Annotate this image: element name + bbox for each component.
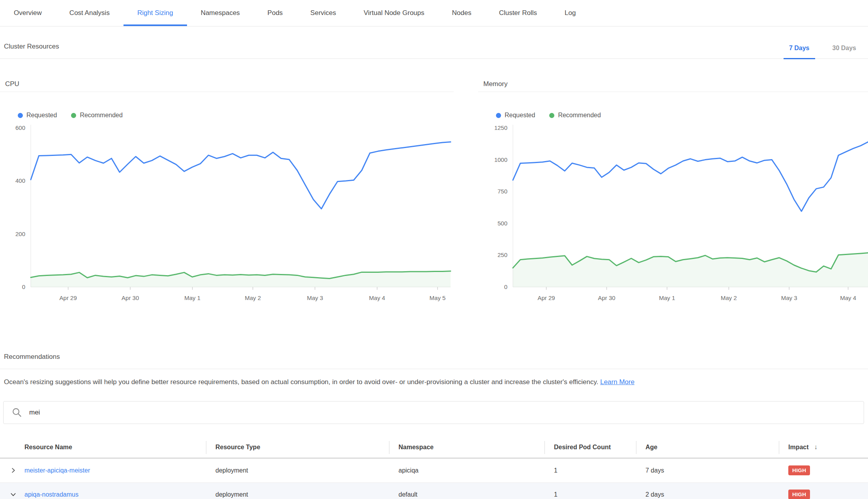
tab-overview[interactable]: Overview — [0, 0, 56, 26]
resource-name-link[interactable]: meister-apiciqa-meister — [24, 467, 90, 474]
cluster-resources-header: Cluster Resources 7 Days 30 Days — [0, 26, 868, 59]
column-header-resource-type[interactable]: Resource Type — [206, 437, 389, 458]
resource-name-cell: apiqa-nostradamus — [0, 491, 206, 498]
learn-more-link[interactable]: Learn More — [600, 378, 634, 386]
svg-text:May 2: May 2 — [721, 295, 737, 301]
svg-text:May 1: May 1 — [659, 295, 675, 301]
svg-text:750: 750 — [498, 188, 507, 195]
chevron-down-icon[interactable] — [9, 491, 24, 498]
legend-label: Recommended — [558, 112, 601, 119]
memory-chart-panel: Memory Requested Recommended 02505007501… — [478, 80, 868, 308]
namespace-cell: apiciqa — [389, 467, 544, 474]
resource-type-cell: deployment — [206, 491, 389, 498]
requested-dot-icon — [496, 113, 501, 118]
recommended-dot-icon — [549, 113, 554, 118]
svg-text:1250: 1250 — [494, 124, 507, 131]
tab-nodes[interactable]: Nodes — [438, 0, 485, 26]
svg-text:1000: 1000 — [494, 156, 507, 163]
age-cell: 2 days — [636, 491, 779, 498]
search-box — [3, 401, 864, 424]
resource-name-cell: meister-apiciqa-meister — [0, 467, 206, 474]
resource-type-cell: deployment — [206, 467, 389, 474]
tab-services[interactable]: Services — [297, 0, 350, 26]
legend-label: Requested — [26, 112, 57, 119]
memory-line-chart: 025050075010001250Apr 29Apr 30May 1May 2… — [478, 122, 868, 308]
svg-text:May 3: May 3 — [307, 295, 323, 301]
svg-text:May 3: May 3 — [781, 295, 797, 301]
chevron-right-icon[interactable] — [9, 467, 24, 474]
resource-name-link[interactable]: apiqa-nostradamus — [24, 491, 79, 498]
age-cell: 7 days — [636, 467, 779, 474]
column-header-impact[interactable]: Impact ↓ — [779, 437, 868, 458]
namespace-cell: default — [389, 491, 544, 498]
svg-text:600: 600 — [15, 124, 25, 131]
table-header: Resource Name Resource Type Namespace De… — [0, 437, 868, 459]
recommendations-title: Recommendations — [4, 353, 60, 369]
svg-text:May 4: May 4 — [840, 295, 856, 301]
cpu-chart-panel: CPU Requested Recommended 0200400600Apr … — [0, 80, 454, 308]
svg-text:Apr 29: Apr 29 — [537, 295, 555, 301]
impact-badge-high: HIGH — [788, 465, 810, 475]
recommended-dot-icon — [71, 113, 76, 118]
impact-cell: HIGH — [779, 465, 868, 475]
recommendations-table: Resource Name Resource Type Namespace De… — [0, 437, 868, 499]
tab-right-sizing[interactable]: Right Sizing — [123, 0, 187, 26]
memory-chart-title: Memory — [478, 80, 868, 92]
svg-text:Apr 29: Apr 29 — [60, 295, 77, 301]
memory-chart-legend: Requested Recommended — [496, 112, 868, 119]
cpu-chart-legend: Requested Recommended — [18, 112, 454, 119]
period-30-days[interactable]: 30 Days — [827, 45, 862, 59]
legend-item-recommended: Recommended — [71, 112, 123, 119]
recommendations-header: Recommendations — [0, 337, 868, 369]
table-row[interactable]: meister-apiciqa-meister deployment apici… — [0, 459, 868, 483]
column-header-desired-pod-count[interactable]: Desired Pod Count — [544, 437, 636, 458]
impact-header-label: Impact — [788, 444, 809, 451]
description-text: Ocean's resizing suggestions will help y… — [4, 378, 598, 386]
column-header-resource-name[interactable]: Resource Name — [0, 437, 206, 458]
desired-pod-count-cell: 1 — [544, 491, 636, 498]
sort-descending-icon[interactable]: ↓ — [814, 443, 818, 451]
requested-dot-icon — [18, 113, 23, 118]
tab-log[interactable]: Log — [551, 0, 589, 26]
search-icon — [11, 407, 22, 418]
svg-text:May 2: May 2 — [245, 295, 261, 301]
tab-pods[interactable]: Pods — [254, 0, 297, 26]
svg-text:0: 0 — [22, 283, 25, 290]
tab-cluster-rolls[interactable]: Cluster Rolls — [485, 0, 551, 26]
recommendations-description: Ocean's resizing suggestions will help y… — [4, 378, 862, 387]
legend-item-requested: Requested — [18, 112, 57, 119]
period-toggle: 7 Days 30 Days — [772, 45, 862, 58]
desired-pod-count-cell: 1 — [544, 467, 636, 474]
svg-text:200: 200 — [15, 231, 25, 237]
top-nav: Overview Cost Analysis Right Sizing Name… — [0, 0, 868, 26]
period-7-days[interactable]: 7 Days — [784, 45, 815, 59]
svg-text:0: 0 — [504, 283, 507, 290]
svg-text:May 4: May 4 — [369, 295, 385, 301]
svg-text:400: 400 — [15, 177, 25, 184]
svg-text:500: 500 — [498, 220, 507, 227]
tab-cost-analysis[interactable]: Cost Analysis — [56, 0, 123, 26]
tab-namespaces[interactable]: Namespaces — [187, 0, 254, 26]
charts-row: CPU Requested Recommended 0200400600Apr … — [0, 80, 868, 308]
impact-cell: HIGH — [779, 490, 868, 499]
legend-label: Requested — [505, 112, 535, 119]
column-header-namespace[interactable]: Namespace — [389, 437, 544, 458]
cpu-line-chart: 0200400600Apr 29Apr 30May 1May 2May 3May… — [0, 122, 454, 308]
legend-item-recommended: Recommended — [549, 112, 601, 119]
cluster-resources-title: Cluster Resources — [4, 43, 59, 58]
svg-text:May 1: May 1 — [184, 295, 200, 301]
column-header-age[interactable]: Age — [636, 437, 779, 458]
svg-text:Apr 30: Apr 30 — [122, 295, 139, 301]
svg-text:Apr 30: Apr 30 — [598, 295, 615, 301]
table-row-expanded[interactable]: apiqa-nostradamus deployment default 1 2… — [0, 483, 868, 499]
tab-virtual-node-groups[interactable]: Virtual Node Groups — [350, 0, 438, 26]
svg-text:May 5: May 5 — [430, 295, 446, 301]
search-input[interactable] — [28, 408, 856, 417]
impact-badge-high: HIGH — [788, 490, 810, 499]
legend-label: Recommended — [80, 112, 123, 119]
svg-text:250: 250 — [498, 251, 507, 258]
cpu-chart-title: CPU — [0, 80, 454, 92]
legend-item-requested: Requested — [496, 112, 535, 119]
